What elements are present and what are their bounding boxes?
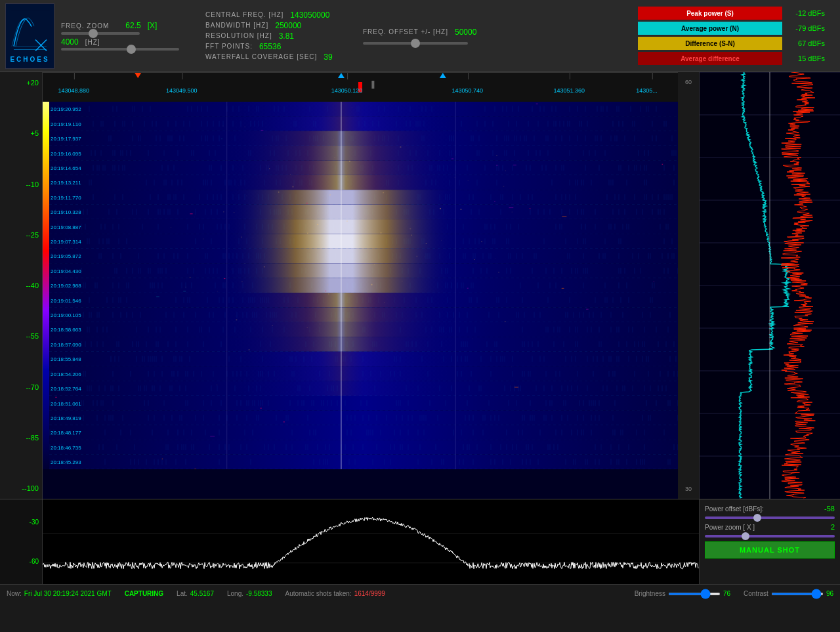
avg-power-value: -79 dBFs <box>786 24 825 32</box>
y-label-4: --40 <box>3 282 39 289</box>
avg-power-bar: Average power (N) <box>638 22 782 35</box>
freq-zoom-label: Freq. zoom <box>61 22 109 30</box>
logo-text: ECHOES <box>10 56 49 63</box>
y-label-7: --85 <box>3 434 39 442</box>
auto-shots-item: Automatic shots taken: 1614/9999 <box>285 590 385 597</box>
avg-diff-bar: Average difference <box>638 52 782 65</box>
central-freq-section: Central freq. [Hz] 143050000 Bandwidth [… <box>205 11 350 62</box>
freq-offset-slider[interactable] <box>363 42 468 45</box>
avg-power-row: Average power (N) -79 dBFs <box>638 22 835 35</box>
waterfall-label: Waterfall coverage [sec] <box>205 53 317 60</box>
now-item: Now: Fri Jul 30 20:19:24 2021 GMT <box>7 590 112 597</box>
freq-ruler <box>43 72 678 102</box>
spectrum-canvas <box>700 72 840 499</box>
logo-icon <box>10 9 50 54</box>
peak-power-bar: Peak power (S) <box>638 7 782 20</box>
y-label-8: --100 <box>3 484 39 492</box>
power-offset-label: Power offset [dBFs]: <box>705 505 764 513</box>
brightness-value: 76 <box>723 590 730 597</box>
long-value: -9.58333 <box>246 590 272 597</box>
power-chart <box>43 499 699 584</box>
ruler-canvas <box>43 73 678 102</box>
y-label-1: +5 <box>3 129 39 137</box>
power-indicators: Peak power (S) -12 dBFs Average power (N… <box>638 7 835 65</box>
fft-value: 65536 <box>259 42 281 51</box>
power-offset-row: Power offset [dBFs]: -58 <box>705 505 835 513</box>
long-item: Long. -9.58333 <box>227 590 272 597</box>
lat-label: Lat. <box>177 590 188 597</box>
hz-slider[interactable] <box>61 48 179 51</box>
fft-label: FFT points: <box>205 43 253 50</box>
db-label-30: 30 <box>679 486 698 492</box>
long-label: Long. <box>227 590 243 597</box>
diff-power-value: 67 dBFs <box>786 39 825 47</box>
power-zoom-slider[interactable] <box>705 535 835 537</box>
status-bar: Now: Fri Jul 30 20:19:24 2021 GMT CAPTUR… <box>0 584 840 602</box>
lat-item: Lat. 45.5167 <box>177 590 214 597</box>
power-zoom-value: 2 <box>831 523 835 531</box>
freq-zoom-unit: [X] <box>148 21 158 30</box>
y-label-0: +20 <box>3 79 39 87</box>
avg-diff-value: 15 dBFs <box>786 54 825 62</box>
y-label-3: --25 <box>3 231 39 239</box>
power-offset-slider[interactable] <box>705 516 835 519</box>
power-y-label-1: -30 <box>3 518 39 526</box>
lat-value: 45.5167 <box>190 590 214 597</box>
power-zoom-row: Power zoom [ X ] 2 <box>705 523 835 531</box>
logo-area: ECHOES <box>5 3 54 69</box>
now-label: Now: <box>7 590 22 597</box>
bottom-panel: -30 -60 Power offset [dBFs]: -58 Power z… <box>0 499 840 584</box>
peak-power-value: -12 dBFs <box>786 9 825 17</box>
capturing-status: CAPTURING <box>125 590 163 597</box>
waterfall-value: 39 <box>324 53 332 62</box>
contrast-value: 96 <box>826 590 833 597</box>
power-canvas <box>43 499 699 584</box>
freq-offset-label: Freq. offset +/- [Hz] <box>363 28 448 35</box>
resolution-value: 3.81 <box>279 32 294 41</box>
power-y-label-2: -60 <box>3 558 39 565</box>
brightness-slider[interactable] <box>668 593 721 595</box>
avg-diff-row: Average difference 15 dBFs <box>638 52 835 65</box>
brightness-item: Brightness 76 <box>635 590 730 597</box>
power-zoom-label: Power zoom [ X ] <box>705 524 755 531</box>
central-freq-label: Central freq. [Hz] <box>205 11 284 18</box>
brightness-label: Brightness <box>635 590 665 597</box>
bandwidth-label: Bandwidth [Hz] <box>205 22 268 29</box>
right-panel-container: 60 30 <box>678 72 840 499</box>
power-chart-y-axis: -30 -60 <box>0 499 43 584</box>
db-label-60: 60 <box>679 79 698 85</box>
power-offset-value: -58 <box>824 505 835 513</box>
diff-power-bar: Difference (S-N) <box>638 37 782 50</box>
auto-shots-label: Automatic shots taken: <box>285 590 351 597</box>
bandwidth-value: 250000 <box>275 21 301 30</box>
resolution-label: Resolution [Hz] <box>205 32 272 39</box>
spectrum-display <box>700 72 840 499</box>
contrast-slider[interactable] <box>771 593 824 595</box>
contrast-item: Contrast 96 <box>744 590 833 597</box>
freq-offset-value: 50000 <box>455 28 476 37</box>
y-label-6: --70 <box>3 383 39 391</box>
y-axis: +20 +5 --10 --25 --40 --55 --70 --85 --1… <box>0 72 43 499</box>
y-label-5: --55 <box>3 332 39 340</box>
waterfall-canvas[interactable] <box>43 72 678 469</box>
datetime-value: Fri Jul 30 20:19:24 2021 GMT <box>24 590 112 597</box>
y-label-2: --10 <box>3 180 39 188</box>
db-scale-col: 60 30 <box>678 72 699 499</box>
header: ECHOES Freq. zoom 62.5 [X] 4000 [Hz] Cen… <box>0 0 840 72</box>
waterfall-container <box>43 72 678 499</box>
right-panel <box>699 72 840 499</box>
freq-offset-section: Freq. offset +/- [Hz] 50000 <box>363 28 494 45</box>
auto-shots-value: 1614/9999 <box>354 590 385 597</box>
capturing-item: CAPTURING <box>125 590 163 597</box>
contrast-label: Contrast <box>744 590 768 597</box>
peak-power-row: Peak power (S) -12 dBFs <box>638 7 835 20</box>
diff-power-row: Difference (S-N) 67 dBFs <box>638 37 835 50</box>
freq-zoom-slider[interactable] <box>61 32 140 35</box>
right-controls: Power offset [dBFs]: -58 Power zoom [ X … <box>699 499 840 584</box>
main-content: +20 +5 --10 --25 --40 --55 --70 --85 --1… <box>0 72 840 499</box>
freq-zoom-section: Freq. zoom 62.5 [X] 4000 [Hz] <box>61 21 192 51</box>
manual-shot-button[interactable]: MANUAL SHOT <box>705 541 835 558</box>
central-freq-value: 143050000 <box>290 11 329 20</box>
